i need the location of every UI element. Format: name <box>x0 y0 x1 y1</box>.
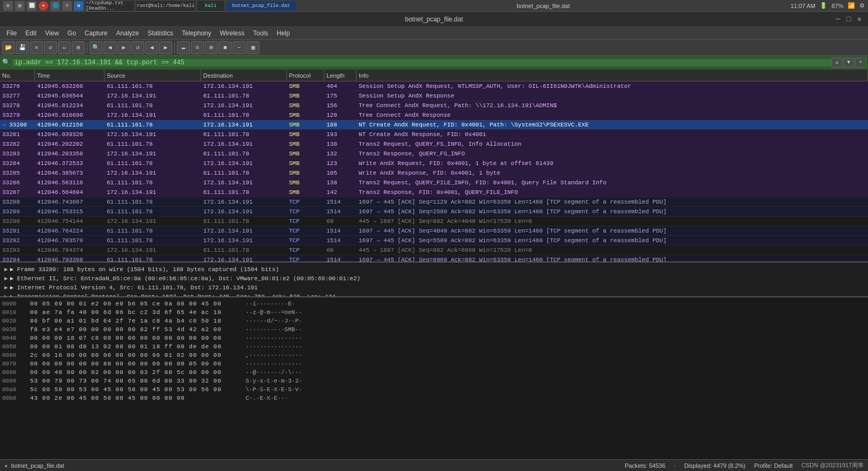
filter-input[interactable] <box>12 59 832 66</box>
filter-buttons[interactable]: ✕ ▼ + <box>832 58 866 68</box>
toolbar-view4[interactable]: ■ <box>219 41 232 54</box>
detail-row[interactable]: ▶▶ Ethernet II, Src: EntradaN_05:ce:0a (… <box>0 274 868 283</box>
toolbar-view3[interactable]: ⊞ <box>205 41 218 54</box>
menu-go[interactable]: Go <box>63 28 80 38</box>
wireshark-task[interactable]: W <box>74 1 84 11</box>
header-destination[interactable]: Destination <box>201 70 287 81</box>
toolbar-forward[interactable]: ▶ <box>117 41 130 54</box>
menu-statistics[interactable]: Statistics <box>143 28 177 38</box>
table-row[interactable]: 33293 412046.784374 172.16.134.191 61.11… <box>0 245 868 255</box>
taskbar-icon-5[interactable]: 🌐 <box>50 1 60 11</box>
wireshark-task2[interactable]: botnet_pcap_file.dat <box>226 1 296 11</box>
taskbar-icon-4[interactable]: ● <box>39 1 48 11</box>
cell-no: 33281 <box>0 131 35 138</box>
table-row[interactable]: 33294 412046.793398 61.111.101.78 172.16… <box>0 255 868 263</box>
header-source[interactable]: Source <box>105 70 201 81</box>
detail-row[interactable]: ▶▶ Frame 33280: 188 bytes on wire (1504 … <box>0 265 868 274</box>
toolbar-reload[interactable]: ↺ <box>44 41 57 54</box>
taskbar-icon-2[interactable]: ▤ <box>15 1 25 11</box>
header-time[interactable]: Time <box>35 70 105 81</box>
toolbar-save[interactable]: 💾 <box>16 41 29 54</box>
table-row[interactable]: 33276 412045.632260 61.111.101.78 172.16… <box>0 81 868 91</box>
maximize-button[interactable]: □ <box>844 15 853 24</box>
header-protocol[interactable]: Protocol <box>287 70 324 81</box>
menu-telephony[interactable]: Telephony <box>177 28 216 38</box>
content-area: No. Time Source Destination Protocol Len… <box>0 70 868 462</box>
table-row[interactable]: 33283 412046.203358 172.16.134.191 61.11… <box>0 149 868 159</box>
detail-row[interactable]: ▶▶ Internet Protocol Version 4, Src: 61.… <box>0 283 868 292</box>
hex-ascii: S·y·s·t·e·m·3·2· <box>246 378 302 384</box>
kali-task[interactable]: kali <box>197 1 224 11</box>
detail-row[interactable]: ▶▶ Transmission Control Protocol, Src Po… <box>0 292 868 297</box>
terminal-task2[interactable]: root@kali:/home/kali <box>136 1 195 11</box>
toolbar-close[interactable]: ✕ <box>30 41 43 54</box>
table-row[interactable]: → 33280 412046.012158 61.111.101.78 172.… <box>0 120 868 130</box>
menu-file[interactable]: File <box>2 28 21 38</box>
filter-clear[interactable]: ✕ <box>832 58 842 68</box>
cell-length: 138 <box>324 180 357 186</box>
toolbar-edit[interactable]: ✏ <box>58 41 71 54</box>
table-row[interactable]: 33290 412046.754144 172.16.134.191 61.11… <box>0 216 868 226</box>
cell-no: 33284 <box>0 160 35 167</box>
cell-no: 33290 <box>0 218 35 225</box>
menu-tools[interactable]: Tools <box>249 28 272 38</box>
table-row[interactable]: 33291 412046.764224 61.111.101.78 172.16… <box>0 226 868 236</box>
hex-offset: 0040 <box>2 335 24 341</box>
toolbar-view6[interactable]: ▦ <box>247 41 259 54</box>
packet-list[interactable]: No. Time Source Destination Protocol Len… <box>0 70 868 263</box>
toolbar-dedup[interactable]: ⊞ <box>72 41 85 54</box>
menu-capture[interactable]: Capture <box>80 28 112 38</box>
menu-analyze[interactable]: Analyze <box>112 28 144 38</box>
cell-protocol: SMB <box>287 151 324 157</box>
toolbar-view5[interactable]: − <box>233 41 246 54</box>
table-row[interactable]: 33287 412046.564694 172.16.134.191 61.11… <box>0 188 868 197</box>
cell-protocol: SMB <box>287 180 324 186</box>
hex-row: 0010 00 ae 7a fa 40 00 6d 06 bc c2 3d 6f… <box>2 308 866 317</box>
table-row[interactable]: 33279 412045.816690 172.16.134.191 61.11… <box>0 110 868 120</box>
menu-help[interactable]: Help <box>272 28 294 38</box>
toolbar-open[interactable]: 📂 <box>2 41 15 54</box>
hex-offset: 0010 <box>2 309 24 316</box>
table-row[interactable]: 33286 412046.563116 61.111.101.78 172.16… <box>0 178 868 188</box>
header-length[interactable]: Length <box>324 70 357 81</box>
taskbar-icon-3[interactable]: ⬜ <box>27 1 36 11</box>
toolbar-zoom[interactable]: 🔍 <box>90 41 102 54</box>
menu-view[interactable]: View <box>41 28 63 38</box>
cell-length: 156 <box>324 102 357 109</box>
taskbar-icon-6[interactable]: ≡ <box>62 1 72 11</box>
packet-rows[interactable]: 33276 412045.632260 61.111.101.78 172.16… <box>0 81 868 263</box>
close-button[interactable]: ✕ <box>855 15 864 24</box>
toolbar-prev[interactable]: ◀ <box>145 41 158 54</box>
table-row[interactable]: 33281 412046.039320 172.16.134.191 61.11… <box>0 130 868 139</box>
table-row[interactable]: 33282 412046.202202 61.111.101.78 172.16… <box>0 139 868 149</box>
taskbar-icon-1[interactable]: ⊞ <box>3 1 13 11</box>
minimize-button[interactable]: ─ <box>834 15 842 24</box>
table-row[interactable]: 33288 412046.743667 61.111.101.78 172.16… <box>0 197 868 207</box>
toolbar-view1[interactable]: ▬ <box>177 41 190 54</box>
table-row[interactable]: 33285 412046.385673 172.16.134.191 61.11… <box>0 168 868 178</box>
filter-dropdown[interactable]: ▼ <box>843 58 854 68</box>
table-row[interactable]: 33289 412046.753315 61.111.101.78 172.16… <box>0 207 868 216</box>
system-bar: ⊞ ▤ ⬜ ● 🌐 ≡ W ~/tcpdump.txt [ReadOn... r… <box>0 0 868 12</box>
menu-edit[interactable]: Edit <box>21 28 41 38</box>
window-controls[interactable]: ─ □ ✕ <box>834 15 864 24</box>
cell-protocol: TCP <box>287 218 324 225</box>
cell-info: 445 → 1697 [ACK] Seq=882 Ack=6969 Win=17… <box>357 247 868 253</box>
table-row[interactable]: 33284 412046.372533 61.111.101.78 172.16… <box>0 159 868 168</box>
taskbar-icons[interactable]: ⊞ ▤ ⬜ ● 🌐 ≡ W ~/tcpdump.txt [ReadOn... r… <box>3 1 296 11</box>
status-right: Packets: 54536 · Displayed: 4479 (8.2%) … <box>625 461 864 469</box>
header-no[interactable]: No. <box>0 70 35 81</box>
terminal-task[interactable]: ~/tcpdump.txt [ReadOn... <box>86 1 134 11</box>
hex-offset: 0090 <box>2 378 24 384</box>
filter-add[interactable]: + <box>855 58 866 68</box>
table-row[interactable]: 33292 412046.783579 61.111.101.78 172.16… <box>0 236 868 245</box>
table-row[interactable]: 33277 412045.636544 172.16.134.191 61.11… <box>0 91 868 101</box>
toolbar-next[interactable]: ▶ <box>159 41 172 54</box>
table-row[interactable]: 33278 412045.812234 61.111.101.78 172.16… <box>0 101 868 110</box>
menu-wireless[interactable]: Wireless <box>216 28 249 38</box>
toolbar-view2[interactable]: ≡ <box>191 41 204 54</box>
toolbar-refresh[interactable]: ↺ <box>131 41 144 54</box>
header-info[interactable]: Info <box>357 70 868 81</box>
toolbar-back[interactable]: ◀ <box>103 41 116 54</box>
hex-row: 0060 2c 00 16 00 00 00 00 00 00 00 96 01… <box>2 351 866 360</box>
